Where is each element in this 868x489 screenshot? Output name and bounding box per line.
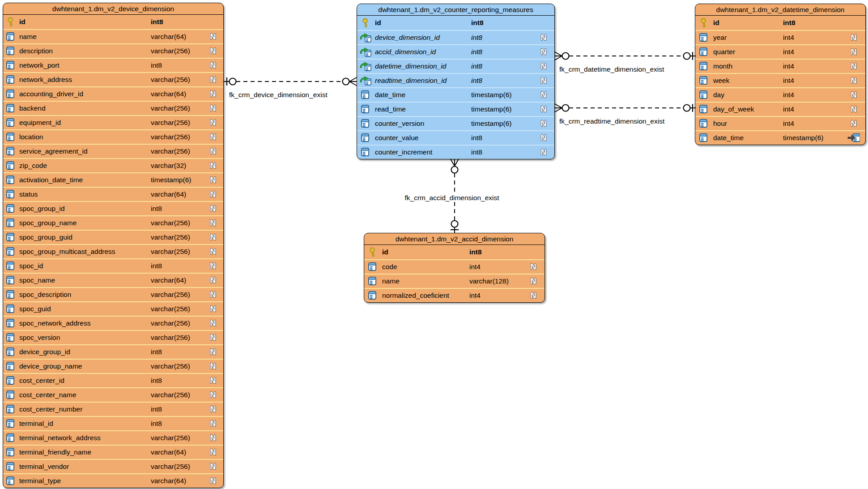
nullable-icon: NN [203, 345, 223, 359]
column-row-spoc_name[interactable]: spoc_namevarchar(64)NN [3, 273, 223, 287]
table-title-datetime_dimension[interactable]: dwhtenant_1.dm_v2_datetime_dimension [695, 4, 865, 16]
column-type: varchar(256) [151, 47, 203, 55]
column-icon [695, 103, 711, 116]
column-row-terminal_id[interactable]: terminal_idint8NN [3, 416, 223, 430]
nullable-icon: NN [533, 146, 554, 159]
column-icon [695, 31, 711, 44]
column-type: int8 [151, 405, 203, 413]
column-row-terminal_friendly_name[interactable]: terminal_friendly_namevarchar(64)NN [3, 445, 223, 459]
column-row-accounting_driver_id[interactable]: accounting_driver_idvarchar(64)NN [3, 86, 223, 101]
column-row-cost_center_name[interactable]: cost_center_namevarchar(256)NN [3, 387, 223, 402]
column-row-network_address[interactable]: network_addressvarchar(256)NN [3, 72, 223, 86]
column-row-spoc_group_name[interactable]: spoc_group_namevarchar(256)NN [3, 215, 223, 230]
column-row-read_time[interactable]: read_timetimestamp(6)NN [357, 102, 554, 116]
column-row-week[interactable]: weekint4NN [695, 73, 865, 87]
table-device_dimension[interactable]: dwhtenant_1.dm_v2_device_dimensionidint8… [3, 3, 224, 488]
column-type: int8 [151, 18, 203, 26]
svg-text:N: N [851, 90, 857, 99]
column-row-counter_version[interactable]: counter_versiontimestamp(6)NN [357, 116, 554, 130]
column-row-status[interactable]: statusvarchar(64)NN [3, 187, 223, 201]
column-row-normalized_coeficient[interactable]: normalized_coeficientint4NN [364, 288, 545, 302]
column-row-year[interactable]: yearint4NN [695, 30, 865, 44]
column-row-accid_dimension_id[interactable]: accid_dimension_idint8NN [357, 44, 554, 59]
column-row-equipment_id[interactable]: equipment_idvarchar(256)NN [3, 115, 223, 129]
column-row-id[interactable]: idint8 [357, 16, 554, 30]
column-row-terminal_type[interactable]: terminal_typevarchar(64)NN [3, 473, 223, 488]
column-row-spoc_version[interactable]: spoc_versionvarchar(256)NN [3, 330, 223, 344]
column-name: date_time [711, 134, 783, 142]
column-row-date_time[interactable]: date_timetimestamp(6)NN [357, 87, 554, 102]
column-type: int4 [783, 120, 842, 128]
column-icon [695, 117, 711, 130]
column-row-terminal_network_address[interactable]: terminal_network_addressvarchar(256)NN [3, 430, 223, 445]
column-row-counter_value[interactable]: counter_valueint8NN [357, 130, 554, 145]
column-row-spoc_id[interactable]: spoc_idint8NN [3, 258, 223, 273]
column-row-network_port[interactable]: network_portint8NN [3, 58, 223, 72]
column-row-spoc_network_address[interactable]: spoc_network_addressvarchar(256)NN [3, 316, 223, 330]
column-row-id[interactable]: idint8 [3, 15, 223, 29]
column-row-spoc_group_guid[interactable]: spoc_group_guidvarchar(256)NN [3, 230, 223, 244]
column-row-spoc_description[interactable]: spoc_descriptionvarchar(256)NN [3, 287, 223, 301]
column-name: year [711, 34, 783, 42]
column-row-hour[interactable]: hourint4NN [695, 116, 865, 130]
column-icon [3, 245, 17, 258]
table-accid_dimension[interactable]: dwhtenant_1.dm_v2_accid_dimensionidint8c… [364, 233, 545, 303]
table-datetime_dimension[interactable]: dwhtenant_1.dm_v2_datetime_dimensionidin… [695, 4, 866, 145]
column-row-counter_increment[interactable]: counter_incrementint8NN [357, 145, 554, 159]
column-row-terminal_vendor[interactable]: terminal_vendorvarchar(256)NN [3, 459, 223, 473]
column-row-cost_center_id[interactable]: cost_center_idint8NN [3, 373, 223, 387]
column-icon [3, 59, 17, 72]
column-icon [3, 102, 17, 115]
column-row-readtime_dimension_id[interactable]: readtime_dimension_idint8NN [357, 73, 554, 87]
column-name: zip_code [17, 162, 151, 170]
relation-fk_crm_readtime_dimension_exist[interactable] [555, 104, 696, 112]
svg-text:N: N [210, 262, 216, 270]
column-row-name[interactable]: namevarchar(128)NN [364, 274, 545, 288]
column-row-backend[interactable]: backendvarchar(256)NN [3, 101, 223, 115]
column-row-location[interactable]: locationvarchar(256)NN [3, 129, 223, 144]
empty-cell [842, 16, 865, 30]
column-icon [3, 317, 17, 330]
column-row-spoc_group_id[interactable]: spoc_group_idint8NN [3, 201, 223, 215]
column-row-day[interactable]: dayint4NN [695, 87, 865, 102]
column-row-device_dimension_id[interactable]: device_dimension_idint8NN [357, 30, 554, 44]
nullable-icon: NN [203, 59, 223, 72]
column-name: counter_version [373, 120, 471, 128]
table-title-device_dimension[interactable]: dwhtenant_1.dm_v2_device_dimension [3, 3, 223, 15]
relation-fk_crm_datetime_dimension_exist[interactable] [555, 52, 696, 60]
svg-text:N: N [210, 204, 216, 213]
column-row-activation_date_time[interactable]: activation_date_timetimestamp(6)NN [3, 172, 223, 187]
relation-fk_crm_device_dimension_exist[interactable] [224, 77, 357, 86]
column-row-spoc_group_multicast_address[interactable]: spoc_group_multicast_addressvarchar(256)… [3, 244, 223, 258]
column-row-datetime_dimension_id[interactable]: datetime_dimension_idint8NN [357, 59, 554, 73]
table-title-counter_reporting_measures[interactable]: dwhtenant_1.dm_v2_counter_reporting_meas… [357, 4, 554, 16]
column-row-date_time[interactable]: date_timetimestamp(6) [695, 130, 865, 145]
column-row-name[interactable]: namevarchar(64)NN [3, 29, 223, 43]
nullable-icon: NN [203, 216, 223, 230]
column-row-device_group_name[interactable]: device_group_namevarchar(256)NN [3, 359, 223, 373]
column-row-device_group_id[interactable]: device_group_idint8NN [3, 344, 223, 359]
column-row-cost_center_number[interactable]: cost_center_numberint8NN [3, 402, 223, 416]
table-counter_reporting_measures[interactable]: dwhtenant_1.dm_v2_counter_reporting_meas… [357, 4, 555, 159]
column-name: spoc_name [17, 276, 151, 284]
column-row-month[interactable]: monthint4NN [695, 59, 865, 73]
foreign-key-icon [357, 45, 373, 59]
column-row-spoc_guid[interactable]: spoc_guidvarchar(256)NN [3, 301, 223, 316]
column-row-code[interactable]: codeint4NN [364, 259, 545, 274]
nullable-icon: NN [203, 374, 223, 387]
svg-text:N: N [210, 219, 216, 227]
column-row-day_of_week[interactable]: day_of_weekint4NN [695, 102, 865, 116]
column-name: name [17, 33, 151, 41]
column-row-quarter[interactable]: quarterint4NN [695, 44, 865, 59]
svg-text:N: N [210, 118, 216, 127]
column-row-service_agreement_id[interactable]: service_agreement_idvarchar(256)NN [3, 144, 223, 158]
relation-label-fk_crm_device_dimension_exist: fk_crm_device_dimension_exist [228, 90, 329, 99]
column-row-description[interactable]: descriptionvarchar(256)NN [3, 43, 223, 58]
svg-text:N: N [541, 133, 547, 142]
column-icon [3, 87, 17, 101]
column-name: terminal_friendly_name [17, 448, 151, 456]
column-row-zip_code[interactable]: zip_codevarchar(32)NN [3, 158, 223, 172]
table-title-accid_dimension[interactable]: dwhtenant_1.dm_v2_accid_dimension [364, 233, 545, 245]
column-row-id[interactable]: idint8 [364, 245, 545, 259]
column-row-id[interactable]: idint8 [695, 16, 865, 30]
